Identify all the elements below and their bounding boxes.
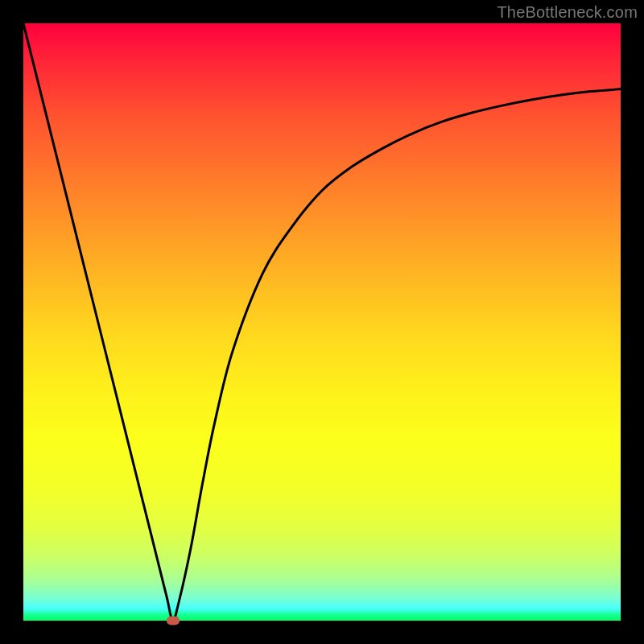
curve-minimum-marker [167,617,180,625]
bottleneck-curve [23,23,621,621]
watermark-text: TheBottleneck.com [497,3,638,22]
chart-frame: TheBottleneck.com [0,0,644,644]
chart-plot-area [23,23,621,621]
